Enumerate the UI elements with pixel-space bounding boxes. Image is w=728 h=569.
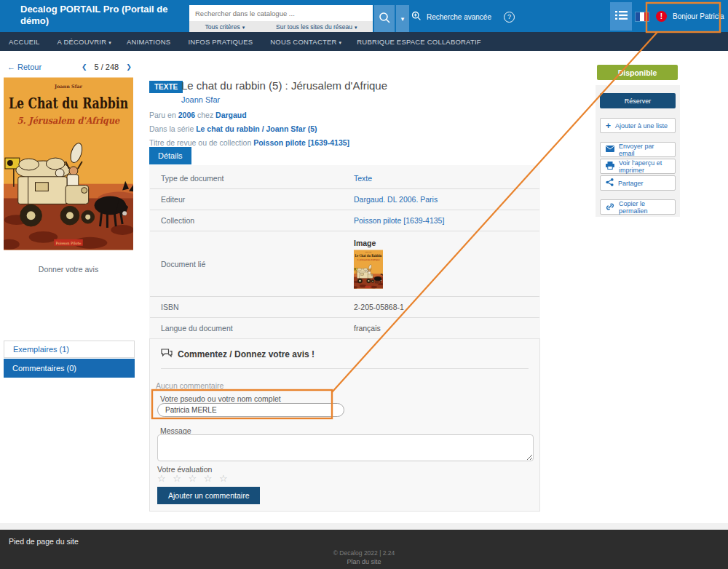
search-area: Tous critères▾ Sur tous les sites du rés… (189, 5, 373, 32)
nav-item-animations[interactable]: ANIMATIONS (127, 38, 173, 46)
table-row: Document lié Image (150, 231, 539, 297)
pager-prev-icon[interactable]: ❮ (82, 63, 87, 71)
tab-details[interactable]: Détails (149, 147, 191, 164)
chevron-down-icon: ▾ (242, 25, 245, 30)
chevron-down-icon: ▾ (355, 25, 357, 30)
collection-detail-link[interactable]: Poisson pilote [1639-4135] (354, 210, 444, 231)
share-icon (606, 178, 614, 188)
book-cover-image[interactable] (4, 76, 133, 251)
add-comment-button[interactable]: Ajouter un commentaire (157, 487, 260, 504)
publisher-link[interactable]: Dargaud (215, 111, 247, 119)
message-textarea[interactable] (157, 434, 534, 461)
footer-left-text: Pied de page du site (9, 537, 79, 546)
doc-type-link[interactable]: Texte (354, 168, 372, 188)
sitemap-link[interactable]: Plan du site (0, 558, 728, 565)
envelope-icon (606, 146, 614, 154)
record-author-link[interactable]: Joann Sfar (181, 95, 220, 104)
linked-doc-type-label: Image (354, 239, 383, 247)
selection-list-button[interactable] (610, 2, 632, 31)
table-row: Type de document Texte (150, 168, 539, 189)
collection-line: Titre de revue ou de collection Poisson … (149, 138, 349, 147)
list-icon (615, 10, 628, 23)
nav-item-infos-pratiques[interactable]: INFOS PRATIQUES (188, 38, 255, 46)
speech-bubble-icon (161, 349, 173, 360)
record-title: Le chat du rabbin (5) : Jérusalem d'Afri… (181, 79, 531, 92)
greeting-label: Bonjour Patricia (673, 12, 724, 20)
series-link[interactable]: Le chat du rabbin / Joann Sfar (5) (196, 124, 317, 133)
publisher-detail-link[interactable]: Dargaud. DL 2006. Paris (354, 189, 438, 210)
chevron-down-icon: ▾ (108, 40, 111, 45)
add-to-list-button[interactable]: + Ajouter à une liste (600, 118, 676, 133)
actions-panel: Réserver + Ajouter à une liste Envoyer p… (596, 85, 680, 217)
chevron-down-icon: ▾ (339, 40, 342, 45)
nav-item-espace-collaboratif[interactable]: RUBRIQUE ESPACE COLLABORATIF (357, 38, 483, 46)
details-panel: Type de document Texte Editeur Dargaud. … (149, 165, 540, 346)
pager-position: 5 / 248 (95, 63, 119, 71)
advanced-search-link[interactable]: Recherche avancée ? (411, 11, 515, 23)
star-rating[interactable]: ☆ ☆ ☆ ☆ ☆ (157, 473, 230, 484)
printer-icon (606, 162, 614, 171)
pseudo-label: Votre pseudo ou votre nom complet (160, 394, 281, 403)
link-icon (606, 202, 614, 212)
comments-panel: Commentez / Donnez votre avis ! Aucun co… (149, 338, 540, 512)
year-link[interactable]: 2006 (178, 111, 195, 119)
nav-item-accueil[interactable]: ACCUEIL (9, 38, 42, 46)
alert-badge-icon: ! (656, 11, 667, 22)
reserve-button[interactable]: Réserver (600, 93, 676, 108)
table-row: Editeur Dargaud. DL 2006. Paris (150, 189, 539, 210)
pager-next-icon[interactable]: ❯ (126, 63, 132, 71)
doc-type-badge: TEXTE (149, 81, 183, 93)
table-row: Collection Poisson pilote [1639-4135] (150, 210, 539, 231)
scope-dropdown[interactable]: Sur tous les sites du réseau▾ (276, 23, 357, 31)
search-filter-bar: Tous critères▾ Sur tous les sites du rés… (189, 21, 373, 32)
share-button[interactable]: Partager (600, 175, 676, 191)
publication-line: Paru en 2006 chez Dargaud (149, 111, 247, 119)
print-preview-button[interactable]: Voir l'aperçu et imprimer (600, 159, 676, 174)
nav-item-nous-contacter[interactable]: NOUS CONTACTER▾ (270, 38, 341, 46)
isbn-value: 2-205-05868-1 (354, 297, 404, 317)
pseudo-input[interactable] (157, 403, 344, 417)
collection-link[interactable]: Poisson pilote [1639-4135] (253, 138, 349, 147)
no-comment-text: Aucun commentaire (156, 381, 223, 390)
site-logo[interactable]: Decalog PORTAIL Pro (Portail de démo) (20, 4, 195, 28)
availability-badge: Disponible (597, 65, 678, 80)
give-review-link[interactable]: Donner votre avis (4, 265, 133, 274)
user-account-menu[interactable]: ! Bonjour Patricia (656, 11, 724, 22)
chevron-down-icon: ▾ (401, 15, 405, 23)
footer-copyright: © Decalog 2022 | 2.24 (0, 549, 728, 557)
result-pager: ❮ 5 / 248 ❯ (82, 63, 132, 71)
nav-item-a-decouvrir[interactable]: A DÉCOUVRIR▾ (58, 38, 111, 46)
comments-heading: Commentez / Donnez votre avis ! (178, 349, 314, 359)
linked-doc-thumbnail[interactable] (354, 250, 383, 289)
plus-icon: + (606, 122, 611, 130)
tab-exemplaires[interactable]: Exemplaires (1) (4, 341, 135, 358)
search-input[interactable] (189, 5, 373, 21)
site-footer: Pied de page du site © Decalog 2022 | 2.… (0, 530, 728, 569)
top-header: Decalog PORTAIL Pro (Portail de démo) To… (0, 0, 728, 32)
copy-permalink-button[interactable]: Copier le permalien (600, 199, 676, 215)
search-options-button[interactable]: ▾ (396, 5, 409, 32)
criteria-dropdown[interactable]: Tous critères▾ (205, 23, 245, 31)
search-icon (379, 12, 391, 26)
tab-commentaires[interactable]: Commentaires (0) (4, 359, 135, 378)
language-value: français (354, 318, 381, 338)
french-flag-icon[interactable] (636, 12, 649, 21)
table-row: ISBN 2-205-05868-1 (150, 297, 539, 318)
send-email-button[interactable]: Envoyer par email (600, 142, 676, 157)
help-icon[interactable]: ? (504, 12, 515, 23)
search-button[interactable] (374, 5, 395, 32)
pre-footer-strip (0, 523, 728, 530)
main-nav: ACCUEIL A DÉCOUVRIR▾ ANIMATIONS INFOS PR… (0, 32, 728, 51)
zoom-plus-icon (411, 11, 422, 23)
series-line: Dans la série Le chat du rabbin / Joann … (149, 124, 317, 133)
back-link[interactable]: ← Retour (7, 63, 41, 71)
back-arrow-icon: ← (7, 63, 15, 71)
